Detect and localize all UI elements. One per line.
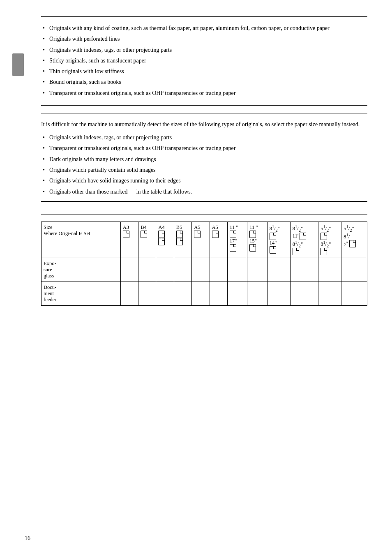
table-row-feeder: Docu-mentfeeder (42, 282, 367, 306)
cell (192, 282, 210, 306)
list-item: Originals with perforated lines (41, 35, 367, 43)
cell (341, 258, 367, 282)
list-item: Originals other than those marked in the… (41, 188, 367, 196)
cell (318, 282, 341, 306)
section1: Originals with any kind of coating, such… (41, 24, 367, 97)
paper-icon-2 (158, 238, 165, 245)
paper-icon-2 (230, 244, 236, 252)
list-item: Originals which partially contain solid … (41, 166, 367, 174)
col-label: B5 (176, 224, 182, 230)
table-header-row: Size Where Origi-nal Is Set A3 B4 A4 (42, 222, 367, 258)
cell (267, 282, 290, 306)
col-a5-p: A5 (192, 222, 210, 258)
cell (341, 282, 367, 306)
cell (227, 258, 247, 282)
list-item: Bound originals, such as books (41, 78, 367, 86)
cell (318, 258, 341, 282)
paper-icon (270, 233, 276, 240)
list-item: Originals with indexes, tags, or other p… (41, 134, 367, 142)
paper-icon (321, 233, 327, 240)
paper-icon-2 (270, 246, 276, 254)
section1-bottom-rule (41, 105, 367, 106)
cell (210, 282, 227, 306)
col-label: A5 (194, 224, 200, 230)
section2-top-rule (41, 113, 367, 113)
pre-table-rule (41, 201, 367, 202)
paper-icon (230, 231, 236, 238)
col-8half-11: 81/2" 11" 81/2" (290, 222, 318, 258)
cell (174, 282, 191, 306)
cell (267, 258, 290, 282)
row-label-exposure: Expo-sureglass (42, 258, 121, 282)
list-item: Dark originals with many letters and dra… (41, 155, 367, 164)
paper-icon (212, 231, 219, 238)
top-rule (41, 16, 367, 17)
col-label: A5 (212, 224, 218, 230)
cell (227, 282, 247, 306)
size-table: Size Where Origi-nal Is Set A3 B4 A4 (41, 222, 367, 306)
list-item: Transparent or translucent originals, su… (41, 144, 367, 152)
sidebar-marker (12, 53, 24, 76)
col-11-15: 11 " 15" (247, 222, 267, 258)
table-section: Size Where Origi-nal Is Set A3 B4 A4 (41, 215, 367, 306)
cell (290, 258, 318, 282)
paper-icon-2 (293, 248, 299, 255)
size-where-cell: Size Where Origi-nal Is Set (42, 222, 121, 258)
list-item: Originals with any kind of coating, such… (41, 24, 367, 32)
col-label: B4 (141, 224, 147, 230)
cell (290, 282, 318, 306)
cell (247, 282, 267, 306)
list-item: Transparent or translucent originals, su… (41, 89, 367, 97)
paper-icon (123, 231, 129, 238)
table-row-exposure: Expo-sureglass (42, 258, 367, 282)
paper-icon (194, 231, 201, 238)
col-a5-l: A5 (210, 222, 227, 258)
paper-icon (249, 231, 256, 238)
list-item: Thin originals with low stiffness (41, 67, 367, 76)
bullet-list-2: Originals with indexes, tags, or other p… (41, 134, 367, 196)
list-item: Originals with indexes, tags, or other p… (41, 46, 367, 54)
paper-icon (158, 231, 165, 238)
paper-icon-2 (176, 238, 183, 245)
paper-icon-2 (249, 244, 256, 252)
col-8half-14: 81/2" 14" (267, 222, 290, 258)
col-5half-8half-p: 51/2" 81/2" (318, 222, 341, 258)
col-11-17: 11 " 17" (227, 222, 247, 258)
page-container: Originals with any kind of coating, such… (0, 0, 392, 554)
cell (120, 258, 138, 282)
cell (156, 258, 174, 282)
paper-icon (141, 231, 147, 238)
cell (156, 282, 174, 306)
list-item: Sticky originals, such as translucent pa… (41, 57, 367, 65)
cell (192, 258, 210, 282)
col-b5: B5 (174, 222, 191, 258)
section2: It is difficult for the machine to autom… (41, 113, 367, 196)
col-b4: B4 (138, 222, 156, 258)
col-a4: A4 (156, 222, 174, 258)
col-label: A4 (158, 224, 164, 230)
paper-icon (349, 240, 356, 247)
paper-icon (300, 233, 306, 240)
col-a3: A3 (120, 222, 138, 258)
row-label-feeder: Docu-mentfeeder (42, 282, 121, 306)
table-top-rule (41, 215, 367, 215)
cell (174, 258, 191, 282)
paper-icon (176, 231, 183, 238)
page-number: 16 (25, 535, 30, 542)
cell (247, 258, 267, 282)
cell (210, 258, 227, 282)
col-5half-8half-l: 51/2" 81/ 2" (341, 222, 367, 258)
list-item: Originals which have solid images runnin… (41, 177, 367, 185)
bullet-list-1: Originals with any kind of coating, such… (41, 24, 367, 97)
cell (120, 282, 138, 306)
cell (138, 258, 156, 282)
section2-intro: It is difficult for the machine to autom… (41, 120, 367, 129)
paper-icon-2 (321, 248, 327, 255)
cell (138, 282, 156, 306)
col-label: A3 (123, 224, 129, 230)
